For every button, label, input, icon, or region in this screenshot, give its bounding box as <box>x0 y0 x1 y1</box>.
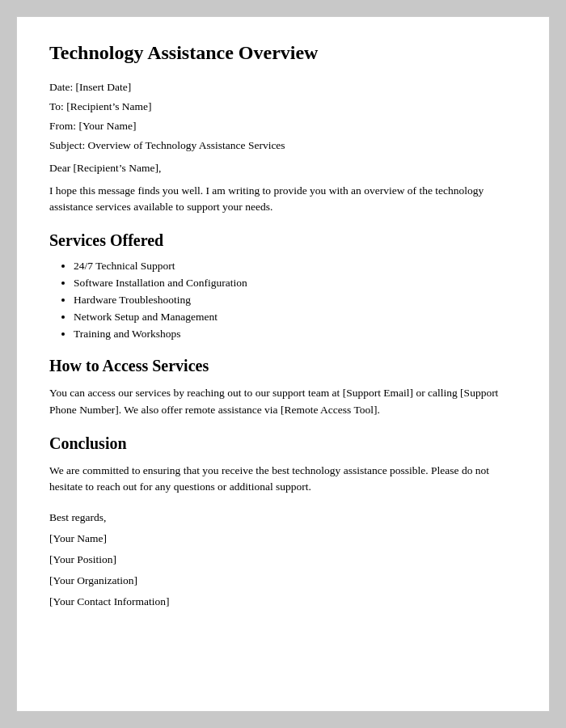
closing-name: [Your Name] <box>49 532 517 545</box>
subject-line: Subject: Overview of Technology Assistan… <box>49 139 517 152</box>
services-heading: Services Offered <box>49 231 517 250</box>
closing-organization: [Your Organization] <box>49 574 517 587</box>
closing-contact: [Your Contact Information] <box>49 595 517 608</box>
list-item: Network Setup and Management <box>74 311 517 324</box>
list-item: Hardware Troubleshooting <box>74 294 517 307</box>
list-item: Software Installation and Configuration <box>74 277 517 290</box>
conclusion-heading: Conclusion <box>49 434 517 453</box>
document-container: Technology Assistance Overview Date: [In… <box>16 16 550 712</box>
closing-block: Best regards, [Your Name] [Your Position… <box>49 511 517 608</box>
date-line: Date: [Insert Date] <box>49 81 517 94</box>
document-title: Technology Assistance Overview <box>49 41 517 65</box>
closing-position: [Your Position] <box>49 553 517 566</box>
access-section: How to Access Services You can access ou… <box>49 357 517 418</box>
from-line: From: [Your Name] <box>49 120 517 133</box>
list-item: 24/7 Technical Support <box>74 260 517 273</box>
intro-paragraph: I hope this message finds you well. I am… <box>49 183 517 216</box>
sign-off: Best regards, <box>49 511 517 524</box>
services-list: 24/7 Technical Support Software Installa… <box>49 260 517 341</box>
greeting-line: Dear [Recipient’s Name], <box>49 162 517 175</box>
to-line: To: [Recipient’s Name] <box>49 100 517 113</box>
list-item: Training and Workshops <box>74 328 517 341</box>
access-heading: How to Access Services <box>49 357 517 375</box>
conclusion-section: Conclusion We are committed to ensuring … <box>49 434 517 496</box>
access-paragraph: You can access our services by reaching … <box>49 385 517 418</box>
services-section: Services Offered 24/7 Technical Support … <box>49 231 517 341</box>
conclusion-paragraph: We are committed to ensuring that you re… <box>49 463 517 496</box>
